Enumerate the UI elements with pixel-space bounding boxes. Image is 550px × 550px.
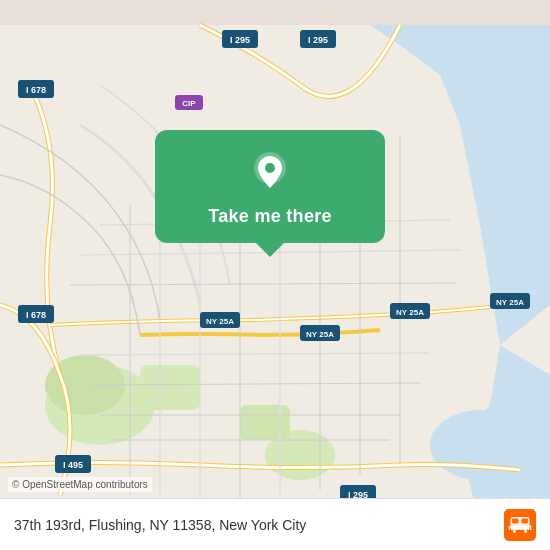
map-attribution: © OpenStreetMap contributors (8, 477, 152, 492)
map-container: I 295 I 295 I 678 I 678 CIP CIP NY 25A N… (0, 0, 550, 550)
svg-point-52 (265, 163, 275, 173)
bottom-info-bar: 37th 193rd, Flushing, NY 11358, New York… (0, 498, 550, 550)
svg-rect-57 (522, 518, 528, 523)
svg-text:I 495: I 495 (63, 460, 83, 470)
svg-text:CIP: CIP (182, 99, 196, 108)
svg-point-59 (524, 529, 527, 532)
map-background: I 295 I 295 I 678 I 678 CIP CIP NY 25A N… (0, 0, 550, 550)
svg-rect-9 (240, 405, 290, 440)
take-me-there-button[interactable]: Take me there (208, 206, 332, 227)
svg-text:I 678: I 678 (26, 310, 46, 320)
location-pin-icon (246, 148, 294, 196)
svg-rect-56 (512, 518, 518, 523)
svg-text:I 678: I 678 (26, 85, 46, 95)
svg-text:I 295: I 295 (230, 35, 250, 45)
svg-point-58 (513, 529, 516, 532)
moovit-logo-icon: moovit (504, 509, 536, 541)
svg-text:I 295: I 295 (308, 35, 328, 45)
svg-text:NY 25A: NY 25A (396, 308, 424, 317)
attribution-text: © OpenStreetMap contributors (12, 479, 148, 490)
svg-text:NY 25A: NY 25A (206, 317, 234, 326)
svg-text:NY 25A: NY 25A (306, 330, 334, 339)
address-label: 37th 193rd, Flushing, NY 11358, New York… (14, 517, 306, 533)
take-me-there-card[interactable]: Take me there (155, 130, 385, 243)
svg-rect-7 (140, 365, 200, 410)
svg-text:NY 25A: NY 25A (496, 298, 524, 307)
moovit-logo: moovit (504, 509, 536, 541)
